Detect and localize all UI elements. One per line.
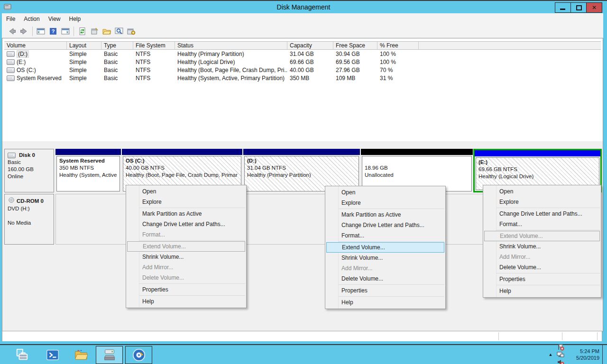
menuitem-properties[interactable]: Properties xyxy=(483,274,601,284)
partition-title: (E:) xyxy=(478,159,599,166)
menuitem-delete-volume[interactable]: Delete Volume... xyxy=(483,262,601,273)
menuitem-mark-partition-as-active[interactable]: Mark Partition as Active xyxy=(325,209,445,220)
menuitem-open[interactable]: Open xyxy=(483,186,601,197)
partition-status: Healthy (Primary Partition) xyxy=(247,172,359,179)
context-menu-1: OpenExploreMark Partition as ActiveChang… xyxy=(126,185,247,308)
partition-size: 40.00 GB NTFS xyxy=(126,164,241,172)
column-header-file-system[interactable]: File System xyxy=(133,41,175,50)
menuitem-extend-volume: Extend Volume... xyxy=(127,241,245,252)
partition-size: 18.96 GB xyxy=(365,164,471,172)
refresh-icon[interactable] xyxy=(76,26,88,37)
menuitem-properties[interactable]: Properties xyxy=(126,284,246,295)
forward-icon[interactable] xyxy=(18,26,30,37)
back-icon[interactable] xyxy=(6,26,18,37)
column-header-type[interactable]: Type xyxy=(101,41,133,50)
menu-separator xyxy=(139,240,245,241)
menuitem-extend-volume[interactable]: Extend Volume... xyxy=(326,242,444,253)
settings-icon[interactable] xyxy=(126,26,137,37)
menuitem-change-drive-letter-and-paths[interactable]: Change Drive Letter and Paths... xyxy=(325,220,445,230)
table-row[interactable]: System ReservedSimpleBasicNTFSHealthy (S… xyxy=(4,74,601,82)
menuitem-help[interactable]: Help xyxy=(325,297,445,308)
disk0-label-panel[interactable]: Disk 0 Basic 160.00 GB Online xyxy=(4,149,54,192)
toolbar-separator xyxy=(32,27,33,36)
partition-system-reserved[interactable]: System Reserved350 MB NTFSHealthy (Syste… xyxy=(55,149,121,192)
window-title: Disk Management xyxy=(0,1,607,13)
show-action-pane-icon[interactable] xyxy=(60,26,71,37)
network-icon[interactable] xyxy=(556,351,565,358)
menubar-item-action[interactable]: Action xyxy=(19,14,44,25)
system-tray: ▲ 5:24 PM 5/20/2019 xyxy=(546,345,607,364)
menuitem-open[interactable]: Open xyxy=(325,187,445,198)
menuitem-help[interactable]: Help xyxy=(126,296,246,307)
cell-status: Healthy (Logical Drive) xyxy=(175,59,287,65)
maximize-button[interactable] xyxy=(570,3,586,12)
menuitem-change-drive-letter-and-paths[interactable]: Change Drive Letter and Paths... xyxy=(126,219,246,229)
table-row[interactable]: OS (C:)SimpleBasicNTFSHealthy (Boot, Pag… xyxy=(4,66,601,74)
properties-icon[interactable] xyxy=(89,26,100,37)
menubar-item-view[interactable]: View xyxy=(44,14,65,25)
cell-layout: Simple xyxy=(67,67,101,73)
menuitem-explore[interactable]: Explore xyxy=(126,197,246,207)
menuitem-extend-volume: Extend Volume... xyxy=(484,231,600,241)
menuitem-format[interactable]: Format... xyxy=(325,230,445,241)
volume-list-pane: VolumeLayoutTypeFile SystemStatusCapacit… xyxy=(2,38,603,141)
menuitem-delete-volume[interactable]: Delete Volume... xyxy=(325,273,445,284)
table-row[interactable]: (E:)SimpleBasicNTFSHealthy (Logical Driv… xyxy=(4,58,601,66)
volume-icon xyxy=(7,67,15,73)
table-row[interactable]: (D:)SimpleBasicNTFSHealthy (Primary Part… xyxy=(4,50,601,58)
menuitem-shrink-volume[interactable]: Shrink Volume... xyxy=(126,252,246,262)
partition-header-primary xyxy=(122,149,242,155)
cdrom-drive: DVD (H:) xyxy=(8,205,54,212)
menuitem-shrink-volume[interactable]: Shrink Volume... xyxy=(325,253,445,263)
find-icon[interactable] xyxy=(113,26,125,37)
taskbar-app-server-manager[interactable] xyxy=(9,346,36,364)
tray-expand-icon[interactable]: ▲ xyxy=(546,352,555,357)
minimize-button[interactable] xyxy=(555,3,570,12)
taskbar-clock[interactable]: 5:24 PM 5/20/2019 xyxy=(568,348,599,361)
notification-flag-icon[interactable] xyxy=(556,343,565,351)
column-header-capacity[interactable]: Capacity xyxy=(287,41,333,50)
open-icon[interactable] xyxy=(101,26,112,37)
taskbar-app-disk-tool[interactable] xyxy=(125,346,152,364)
menuitem-explore[interactable]: Explore xyxy=(483,197,601,207)
menubar-item-help[interactable]: Help xyxy=(65,14,85,25)
screen: { "titlebar": { "title": "Disk Managemen… xyxy=(0,0,607,364)
column-header-status[interactable]: Status xyxy=(175,41,287,50)
menuitem-help[interactable]: Help xyxy=(483,286,601,296)
taskbar-app-powershell[interactable] xyxy=(39,346,66,364)
column-header-free-space[interactable]: Free Space xyxy=(333,41,377,50)
partition-status: Healthy (Boot, Page File, Crash Dump, Pr… xyxy=(126,172,241,179)
menuitem-format[interactable]: Format... xyxy=(483,219,601,229)
menuitem-add-mirror: Add Mirror... xyxy=(483,252,601,262)
taskbar-app-disk-management[interactable] xyxy=(96,346,123,364)
partition-status: Unallocated xyxy=(365,172,471,179)
titlebar: Disk Management xyxy=(0,1,607,13)
status-bar xyxy=(2,331,602,341)
menuitem-explore[interactable]: Explore xyxy=(325,198,445,208)
cell-fs: NTFS xyxy=(133,51,175,57)
cell-free: 27.96 GB xyxy=(333,67,377,73)
menubar-item-file[interactable]: File xyxy=(2,14,19,25)
show-desktop-button[interactable] xyxy=(602,345,607,364)
cell-free: 69.56 GB xyxy=(333,59,377,65)
menuitem-mark-partition-as-active[interactable]: Mark Partition as Active xyxy=(126,209,246,219)
show-console-tree-icon[interactable] xyxy=(35,26,46,37)
column-header-layout[interactable]: Layout xyxy=(67,41,101,50)
close-button[interactable] xyxy=(586,3,602,12)
menuitem-properties[interactable]: Properties xyxy=(325,285,445,296)
clock-time: 5:24 PM xyxy=(568,348,599,355)
volume-muted-icon[interactable] xyxy=(556,358,565,364)
cell-capacity: 350 MB xyxy=(287,75,333,82)
menuitem-open[interactable]: Open xyxy=(126,186,246,197)
column-header-volume[interactable]: Volume xyxy=(4,41,67,50)
menuitem-change-drive-letter-and-paths[interactable]: Change Drive Letter and Paths... xyxy=(483,209,601,219)
cdrom-label-panel[interactable]: CD-ROM 0 DVD (H:) No Media xyxy=(4,194,54,245)
column-header-free[interactable]: % Free xyxy=(377,41,419,50)
menuitem-shrink-volume[interactable]: Shrink Volume... xyxy=(483,241,601,252)
taskbar-app-file-explorer[interactable] xyxy=(67,346,94,364)
volume-name: OS (C:) xyxy=(17,67,36,73)
help-icon[interactable]: ? xyxy=(47,26,59,37)
toolbar: ? xyxy=(2,25,603,38)
volume-table-rows: (D:)SimpleBasicNTFSHealthy (Primary Part… xyxy=(4,50,601,82)
partition-title: System Reserved xyxy=(59,157,120,164)
